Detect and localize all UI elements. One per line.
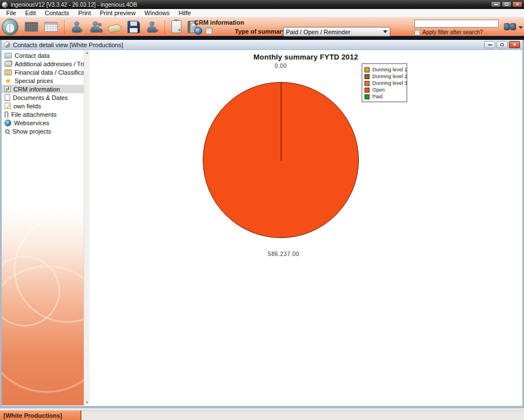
toolbar-separator <box>165 20 165 34</box>
document-icon <box>4 94 10 101</box>
apply-filter-checkbox[interactable] <box>414 30 420 35</box>
sidebar-item-label: File attachments <box>11 111 57 118</box>
status-contact-name: [White Productions] <box>0 410 81 420</box>
menu-edit[interactable]: Edit <box>21 9 40 17</box>
binoculars-search-icon[interactable] <box>504 23 517 31</box>
sidebar-item-financial-data[interactable]: Financial data / Classification <box>2 68 84 76</box>
sidebar-item-own-fields[interactable]: own fields <box>2 102 84 110</box>
save-icon[interactable] <box>127 21 140 33</box>
sidebar-item-label: Show projects <box>12 128 51 135</box>
sidebar-item-label: CRM information <box>13 86 60 93</box>
pie-slice-boundary <box>281 83 281 161</box>
minimize-icon <box>488 44 492 45</box>
plus-badge-icon: + <box>79 29 84 34</box>
maximize-button[interactable] <box>502 1 512 7</box>
bar-chart-icon <box>4 86 11 92</box>
star-icon: ★ <box>4 77 12 84</box>
chart-legend: Dunning level 1 Dunning level 2 Dunning … <box>362 63 407 102</box>
crm-globe-icon[interactable] <box>194 27 202 35</box>
doc-window-controls: ✕ <box>484 41 520 48</box>
doc-close-button[interactable]: ✕ <box>509 41 520 48</box>
close-button[interactable]: × <box>512 1 522 7</box>
doc-window-title: Contacts detail view [White Productions] <box>13 42 123 48</box>
sidebar-item-label: Contact data <box>15 52 49 59</box>
menu-contacts[interactable]: Contacts <box>40 9 74 17</box>
pencil-form-icon <box>4 103 11 109</box>
app-logo-icon <box>2 2 8 8</box>
legend-row: Paid <box>364 93 404 100</box>
financial-table-icon <box>4 70 12 75</box>
menu-file[interactable]: File <box>2 9 21 17</box>
crm-section-label: CRM information <box>194 19 244 26</box>
chart-title: Monthly summary FYTD 2012 <box>89 53 522 61</box>
sidebar-item-label: Financial data / Classification <box>15 69 84 76</box>
legend-swatch-open <box>364 88 370 93</box>
calendar-icon[interactable] <box>44 22 58 32</box>
contact-card-icon <box>4 53 12 58</box>
doc-window-icon <box>4 42 10 48</box>
detail-sidebar: Contact data Additional addresses / Trip… <box>2 50 84 405</box>
legend-label: Open <box>372 87 385 93</box>
maximize-icon <box>505 3 508 6</box>
toolbar-left-icons: + ✕ + <box>2 17 197 36</box>
magnifier-icon <box>5 129 10 134</box>
sidebar-item-contact-data[interactable]: Contact data <box>2 51 84 60</box>
sidebar-item-label: Documents & Dates <box>13 94 68 101</box>
legend-label: Dunning level 1 <box>372 67 407 72</box>
new-clipboard-icon[interactable]: + <box>171 20 181 33</box>
legend-swatch-paid <box>364 94 370 99</box>
restore-icon <box>500 43 504 46</box>
apply-filter-label: Apply filter after search? <box>422 29 483 35</box>
sidebar-item-webservices[interactable]: Webservices <box>2 118 84 127</box>
sidebar-scrollbar[interactable]: ▲ ▼ <box>84 50 89 405</box>
sidebar-item-label: Webservices <box>14 120 49 126</box>
app-title: ingeniousV12 [V3.3.42 - 26.03.12] - inge… <box>11 2 137 8</box>
menu-print-preview[interactable]: Print preview <box>95 9 140 17</box>
sidebar-item-file-attachments[interactable]: File attachments <box>2 110 84 118</box>
legend-row: Dunning level 3 <box>364 80 404 86</box>
crm-checkbox[interactable] <box>206 28 212 34</box>
close-icon: × <box>516 2 519 7</box>
chevron-down-icon <box>383 30 388 33</box>
doc-restore-button[interactable] <box>496 41 508 48</box>
pie-value-label-zero: 0.00 <box>253 63 309 69</box>
menu-windows[interactable]: Windows <box>140 9 174 17</box>
search-input[interactable] <box>414 20 499 28</box>
toolbar-search-group: Apply filter after search? <box>414 20 499 35</box>
menubar: File Edit Contacts Print Print preview W… <box>0 9 524 17</box>
eraser-icon[interactable] <box>107 24 122 33</box>
delete-contact-icon[interactable]: ✕ <box>146 21 158 33</box>
legend-label: Paid <box>372 94 382 99</box>
contacts-group-icon[interactable] <box>89 21 102 33</box>
sidebar-item-crm-information[interactable]: CRM information <box>2 85 84 93</box>
sidebar-item-special-prices[interactable]: ★ Special prices <box>2 76 84 85</box>
legend-label: Dunning level 3 <box>372 80 407 86</box>
sidebar-item-documents-dates[interactable]: Documents & Dates <box>2 93 84 102</box>
minimize-icon <box>494 4 498 5</box>
legend-row: Dunning level 2 <box>364 73 404 80</box>
toolbar: + ✕ + CRM information Type of summary Pa… <box>0 17 524 37</box>
sidebar-item-additional-addresses[interactable]: Additional addresses / Trips <box>2 60 84 68</box>
sidebar-item-label: own fields <box>13 103 41 109</box>
paperclip-icon <box>4 111 8 118</box>
search-options-caret-icon[interactable] <box>518 26 523 29</box>
legend-swatch-dunning3 <box>364 81 370 86</box>
legend-row: Dunning level 1 <box>364 66 404 73</box>
menu-print[interactable]: Print <box>74 9 95 17</box>
app-window: { "app": { "title": "ingeniousV12 [V3.3.… <box>0 0 524 420</box>
minimize-button[interactable] <box>491 1 501 7</box>
add-contact-icon[interactable]: + <box>71 21 83 33</box>
window-controls: × <box>491 1 522 7</box>
address-cards-icon <box>4 61 12 67</box>
menu-hilfe[interactable]: Hilfe <box>174 9 195 17</box>
ingenious-logo-icon[interactable] <box>2 19 19 35</box>
type-of-summary-select[interactable]: Paid / Open / Reminder <box>283 27 390 36</box>
sidebar-item-label: Special prices <box>15 77 53 84</box>
type-of-summary-label: Type of summary <box>235 28 285 35</box>
grid-view-icon[interactable] <box>25 22 38 32</box>
sidebar-item-label: Additional addresses / Trips <box>15 61 84 67</box>
doc-minimize-button[interactable] <box>484 41 495 48</box>
sidebar-item-show-projects[interactable]: Show projects <box>2 127 84 135</box>
app-titlebar: ingeniousV12 [V3.3.42 - 26.03.12] - inge… <box>0 0 524 9</box>
status-filler <box>81 410 524 420</box>
